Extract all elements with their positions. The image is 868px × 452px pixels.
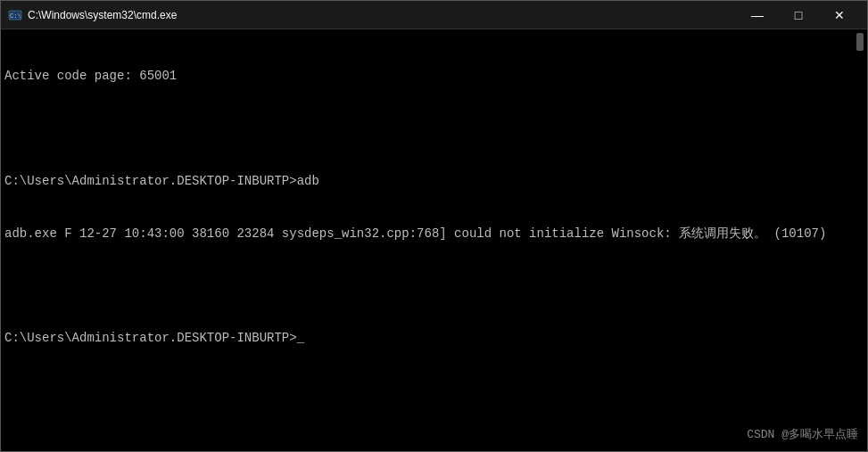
console-line-3: C:\Users\Administrator.DESKTOP-INBURTP>a… xyxy=(4,173,864,191)
title-bar: C:\ C:\Windows\system32\cmd.exe — □ ✕ xyxy=(1,1,867,29)
console-line-4: adb.exe F 12-27 10:43:00 38160 23284 sys… xyxy=(4,226,864,243)
cmd-icon: C:\ xyxy=(8,8,22,22)
console-line-2 xyxy=(4,120,864,138)
close-button[interactable]: ✕ xyxy=(819,1,860,29)
maximize-button[interactable]: □ xyxy=(778,1,819,29)
window-title: C:\Windows\system32\cmd.exe xyxy=(28,9,177,21)
minimize-button[interactable]: — xyxy=(737,1,778,29)
window-controls: — □ ✕ xyxy=(737,1,860,29)
console-line-1: Active code page: 65001 xyxy=(4,68,864,86)
title-bar-left: C:\ C:\Windows\system32\cmd.exe xyxy=(8,8,177,22)
console-line-5 xyxy=(4,277,864,295)
watermark: CSDN @多喝水早点睡 xyxy=(747,426,858,442)
svg-text:C:\: C:\ xyxy=(10,12,21,20)
cmd-window: C:\ C:\Windows\system32\cmd.exe — □ ✕ Ac… xyxy=(0,0,868,452)
console-output: Active code page: 65001 C:\Users\Adminis… xyxy=(4,33,864,382)
console-line-6: C:\Users\Administrator.DESKTOP-INBURTP>_ xyxy=(4,330,864,348)
console-body[interactable]: Active code page: 65001 C:\Users\Adminis… xyxy=(1,29,867,451)
scroll-indicator xyxy=(856,33,864,51)
